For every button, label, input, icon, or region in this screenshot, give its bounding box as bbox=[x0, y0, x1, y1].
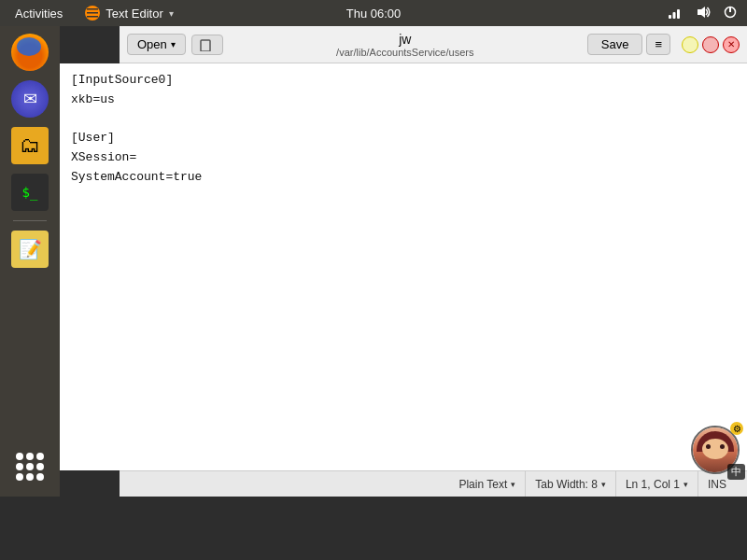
open-dropdown-icon: ▾ bbox=[171, 39, 176, 49]
power-icon[interactable] bbox=[721, 6, 740, 21]
position-dropdown-icon: ▾ bbox=[684, 480, 688, 489]
save-button[interactable]: Save bbox=[587, 34, 643, 55]
app-menu-area[interactable]: Text Editor ▾ bbox=[78, 6, 180, 21]
sidebar-item-files[interactable] bbox=[7, 123, 52, 168]
settings-badge-icon: ⚙ bbox=[730, 422, 743, 435]
window-controls: ─ □ ✕ bbox=[682, 36, 740, 53]
cursor-position-label: Ln 1, Col 1 bbox=[626, 478, 680, 491]
volume-icon[interactable] bbox=[693, 6, 713, 21]
topbar-right bbox=[663, 6, 747, 21]
app-menu-icon bbox=[85, 6, 100, 21]
language-dropdown-icon: ▾ bbox=[511, 480, 515, 489]
app-menu-chevron: ▾ bbox=[169, 8, 174, 19]
show-apps-button[interactable] bbox=[7, 444, 52, 489]
svg-rect-4 bbox=[673, 12, 676, 19]
save-button-label: Save bbox=[601, 37, 629, 51]
maximize-button[interactable]: □ bbox=[702, 36, 719, 53]
tab-width-dropdown-icon: ▾ bbox=[601, 480, 606, 489]
sidebar-item-thunderbird[interactable] bbox=[7, 77, 52, 121]
file-path: /var/lib/AccountsService/users bbox=[336, 47, 473, 58]
sidebar-item-text-editor[interactable]: 📝 bbox=[7, 227, 52, 272]
svg-rect-9 bbox=[201, 40, 210, 51]
sidebar: $_ 📝 bbox=[0, 26, 60, 497]
apps-grid-icon bbox=[11, 448, 49, 485]
titlebar-center: jw /var/lib/AccountsService/users bbox=[223, 32, 587, 58]
app-title-label: Text Editor bbox=[106, 7, 162, 21]
hamburger-menu-button[interactable]: ≡ bbox=[646, 34, 670, 55]
network-icon[interactable] bbox=[663, 6, 685, 21]
sidebar-bottom bbox=[7, 444, 52, 489]
input-method-badge: 中 bbox=[727, 464, 745, 480]
open-recent-button[interactable] bbox=[191, 35, 223, 55]
app-titlebar: Open ▾ jw /var/lib/AccountsService/users… bbox=[120, 26, 747, 63]
activities-button[interactable]: Activities bbox=[4, 0, 74, 26]
open-button[interactable]: Open ▾ bbox=[127, 34, 186, 55]
svg-rect-1 bbox=[87, 12, 98, 14]
sidebar-item-terminal[interactable]: $_ bbox=[7, 170, 52, 215]
sidebar-divider bbox=[13, 220, 47, 221]
files-icon bbox=[11, 127, 49, 164]
file-title: jw bbox=[399, 32, 411, 47]
hamburger-icon: ≡ bbox=[655, 37, 662, 51]
tab-width-selector[interactable]: Tab Width: 8 ▾ bbox=[526, 471, 616, 497]
activities-label: Activities bbox=[15, 7, 63, 21]
svg-rect-5 bbox=[677, 9, 680, 19]
open-file-icon bbox=[200, 38, 215, 51]
system-topbar: Activities Text Editor ▾ Thu 06:00 bbox=[0, 0, 747, 26]
close-button[interactable]: ✕ bbox=[723, 36, 740, 53]
svg-rect-2 bbox=[87, 16, 98, 18]
cursor-position[interactable]: Ln 1, Col 1 ▾ bbox=[616, 471, 698, 497]
editor-area: Open ▾ jw /var/lib/AccountsService/users… bbox=[60, 26, 747, 497]
language-selector[interactable]: Plain Text ▾ bbox=[449, 471, 526, 497]
titlebar-right: Save ≡ ─ □ ✕ bbox=[587, 34, 740, 55]
topbar-left: Activities Text Editor ▾ bbox=[0, 0, 181, 26]
avatar-area[interactable]: 中 ⚙ bbox=[687, 422, 743, 478]
terminal-icon: $_ bbox=[11, 174, 49, 211]
svg-rect-0 bbox=[87, 8, 98, 10]
main-area: $_ 📝 bbox=[0, 26, 747, 497]
svg-rect-3 bbox=[669, 15, 671, 19]
editor-icon: 📝 bbox=[11, 231, 49, 268]
minimize-button[interactable]: ─ bbox=[682, 36, 698, 53]
svg-marker-6 bbox=[698, 7, 705, 18]
sidebar-item-firefox[interactable] bbox=[7, 30, 52, 75]
firefox-icon bbox=[11, 34, 49, 71]
text-editor-area[interactable] bbox=[60, 63, 747, 470]
thunderbird-icon bbox=[11, 80, 49, 118]
tab-width-label: Tab Width: 8 bbox=[535, 478, 598, 491]
insert-mode-label: INS bbox=[708, 478, 726, 491]
status-bar: Plain Text ▾ Tab Width: 8 ▾ Ln 1, Col 1 … bbox=[120, 470, 747, 497]
titlebar-left: Open ▾ bbox=[127, 34, 223, 55]
open-button-label: Open bbox=[137, 37, 167, 51]
language-label: Plain Text bbox=[458, 478, 507, 491]
clock-time: Thu 06:00 bbox=[346, 7, 402, 21]
topbar-clock: Thu 06:00 bbox=[346, 7, 402, 21]
